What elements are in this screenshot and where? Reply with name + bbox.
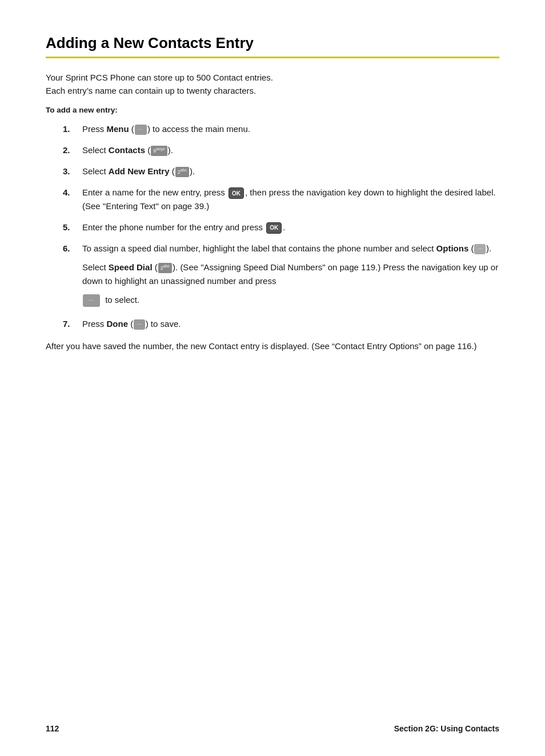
step-3-bold: Add New Entry: [109, 166, 170, 176]
add-new-entry-key: 2abc: [175, 167, 189, 177]
step-1-bold: Menu: [107, 124, 129, 134]
speed-dial-key: 2abc: [158, 263, 172, 273]
ok-key-4: OK: [229, 187, 244, 199]
step-6: To assign a speed dial number, highlight…: [63, 242, 499, 309]
step-6-sub: Select Speed Dial (2abc). (See "Assignin…: [82, 261, 499, 306]
step-6-speed-dial-bold: Speed Dial: [109, 262, 153, 272]
step-2-bold: Contacts: [109, 145, 145, 155]
page-title: Adding a New Contacts Entry: [46, 34, 499, 52]
step-5-content: Enter the phone number for the entry and…: [82, 221, 499, 234]
step-3-content: Select Add New Entry (2abc).: [82, 165, 499, 178]
step-7: Press Done (··· ) to save.: [63, 317, 499, 330]
options-key: ···: [474, 244, 486, 254]
select-key: ···: [83, 294, 100, 307]
step-2-content: Select Contacts (9wxyz).: [82, 143, 499, 157]
step-4: Enter a name for the new entry, press OK…: [63, 186, 499, 213]
step-7-content: Press Done (··· ) to save.: [82, 317, 499, 330]
select-icon-block: ··· to select.: [82, 293, 499, 307]
page-footer: 112 Section 2G: Using Contacts: [46, 724, 499, 733]
after-text: After you have saved the number, the new…: [46, 339, 499, 353]
contacts-key: 9wxyz: [151, 146, 167, 156]
title-divider: [46, 57, 499, 58]
step-7-bold: Done: [107, 319, 129, 329]
done-key: ···: [134, 319, 145, 330]
step-4-content: Enter a name for the new entry, press OK…: [82, 186, 499, 213]
footer-page-number: 112: [46, 724, 59, 733]
page-container: Adding a New Contacts Entry Your Sprint …: [0, 0, 545, 756]
steps-list: Press Menu (··· ) to access the main men…: [46, 122, 499, 330]
step-1: Press Menu (··· ) to access the main men…: [63, 122, 499, 135]
step-3: Select Add New Entry (2abc).: [63, 165, 499, 178]
menu-key-1: ···: [135, 125, 147, 135]
ok-key-5: OK: [266, 222, 282, 234]
to-add-label: To add a new entry:: [46, 106, 499, 114]
step-1-content: Press Menu (··· ) to access the main men…: [82, 122, 499, 135]
step-2: Select Contacts (9wxyz).: [63, 143, 499, 157]
step-5: Enter the phone number for the entry and…: [63, 221, 499, 234]
step-6-content: To assign a speed dial number, highlight…: [82, 242, 499, 309]
footer-section-label: Section 2G: Using Contacts: [394, 724, 499, 733]
intro-paragraph: Your Sprint PCS Phone can store up to 50…: [46, 71, 499, 98]
step-6-options-bold: Options: [436, 243, 469, 253]
